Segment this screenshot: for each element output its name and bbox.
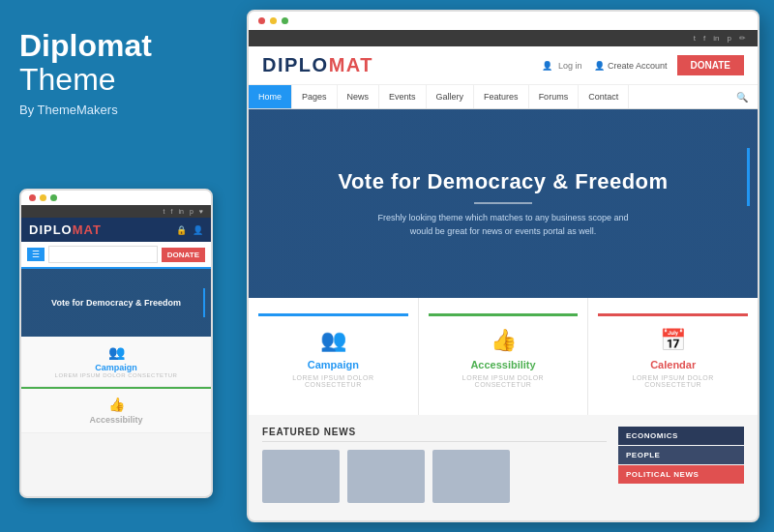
nav-features[interactable]: Features xyxy=(474,85,529,108)
mobile-feature-accessibility: 👍 Accessibility xyxy=(21,389,211,433)
brand-byline: By ThemeMakers xyxy=(19,103,232,117)
twitter-icon: t xyxy=(164,208,165,215)
mobile-search-box[interactable] xyxy=(48,246,158,263)
mobile-nav-bar: ☰ DONATE xyxy=(21,242,211,267)
desktop-hero: Vote for Democracy & Freedom Freshly loo… xyxy=(249,109,758,298)
news-image-3 xyxy=(432,450,510,503)
desktop-rss-icon: ✏ xyxy=(739,34,746,43)
mobile-logo: DIPLOMAT xyxy=(29,222,102,237)
featured-news-title: FEATURED NEWS xyxy=(262,427,607,442)
mobile-logo-bar: DIPLOMAT 🔒 👤 xyxy=(21,218,211,242)
desktop-nav: Home Pages News Events Gallery Features … xyxy=(249,85,758,109)
left-panel: Diplomat Theme By ThemeMakers xyxy=(19,29,232,117)
calendar-card-icon: 📅 xyxy=(608,328,738,353)
feature-card-accessibility: 👍 Accessibility LOREM IPSUM DOLOR CONSEC… xyxy=(419,298,589,415)
mobile-feature-campaign: 👥 Campaign LOREM IPSUM DOLOR CONSECTETUR xyxy=(21,337,211,387)
sidebar-political-news[interactable]: POLITICAL NEWS xyxy=(618,465,744,484)
accessibility-card-title: Accessibility xyxy=(438,359,569,370)
mobile-campaign-sub: LOREM IPSUM DOLOR CONSECTETUR xyxy=(55,372,178,378)
linkedin-icon: in xyxy=(178,208,183,215)
featured-section: FEATURED NEWS ECONOMICS PEOPLE POLITICAL… xyxy=(249,417,758,513)
login-icon: 👤 xyxy=(542,61,552,71)
create-label: Create Account xyxy=(608,61,668,71)
desktop-window-bar xyxy=(249,12,758,30)
window-dot-green xyxy=(50,194,57,201)
desktop-twitter-icon: t xyxy=(694,34,696,43)
mobile-window-bar xyxy=(21,191,211,205)
news-image-1 xyxy=(262,450,340,503)
brand-title-light: Theme xyxy=(19,62,116,97)
sidebar-people[interactable]: PEOPLE xyxy=(618,446,744,464)
feature-card-campaign: 👥 Campaign LOREM IPSUM DOLOR CONSECTETUR xyxy=(249,298,419,415)
mobile-features: 👥 Campaign LOREM IPSUM DOLOR CONSECTETUR… xyxy=(21,337,211,433)
desktop-header-right: 👤 Log in 👤 Create Account DONATE xyxy=(542,55,744,75)
login-label: Log in xyxy=(558,61,582,71)
lock-icon: 🔒 xyxy=(176,225,187,235)
window-dot-red xyxy=(29,194,36,201)
featured-news: FEATURED NEWS xyxy=(262,427,607,503)
desktop-facebook-icon: f xyxy=(703,34,705,43)
rss-icon: ♥ xyxy=(199,208,203,215)
desktop-dot-red xyxy=(258,17,265,24)
hamburger-button[interactable]: ☰ xyxy=(27,248,45,261)
desktop-dot-yellow xyxy=(270,17,277,24)
desktop-dot-green xyxy=(282,17,288,24)
desktop-linkedin-icon: in xyxy=(713,34,719,43)
campaign-card-icon: 👥 xyxy=(268,328,399,353)
desktop-login[interactable]: 👤 Log in xyxy=(542,61,584,71)
mobile-hero: Vote for Democracy & Freedom xyxy=(21,269,211,337)
campaign-icon: 👥 xyxy=(108,344,125,360)
desktop-mockup: t f in p ✏ DIPLOMAT 👤 Log in 👤 Create Ac… xyxy=(247,10,759,522)
desktop-logo: DIPLOMAT xyxy=(262,54,373,76)
desktop-hero-title: Vote for Democracy & Freedom xyxy=(338,169,668,194)
pinterest-icon: p xyxy=(190,208,194,215)
mobile-logo-accent: MAT xyxy=(73,222,102,237)
feature-card-calendar: 📅 Calendar LOREM IPSUM DOLOR CONSECTETUR xyxy=(588,298,758,415)
calendar-card-sub: LOREM IPSUM DOLOR CONSECTETUR xyxy=(608,374,738,388)
facebook-icon: f xyxy=(171,208,173,215)
nav-forums[interactable]: Forums xyxy=(529,85,580,108)
window-dot-yellow xyxy=(40,194,46,201)
nav-pages[interactable]: Pages xyxy=(292,85,338,108)
create-icon: 👤 xyxy=(594,61,605,71)
campaign-card-sub: LOREM IPSUM DOLOR CONSECTETUR xyxy=(268,374,399,388)
nav-events[interactable]: Events xyxy=(379,85,427,108)
desktop-search-icon[interactable]: 🔍 xyxy=(727,92,758,103)
nav-contact[interactable]: Contact xyxy=(579,85,629,108)
mobile-donate-button[interactable]: DONATE xyxy=(162,248,205,262)
mobile-social-bar: t f in p ♥ xyxy=(21,205,211,218)
hero-divider xyxy=(474,202,532,204)
mobile-campaign-title: Campaign xyxy=(95,363,137,372)
nav-gallery[interactable]: Gallery xyxy=(427,85,475,108)
desktop-donate-button[interactable]: DONATE xyxy=(677,55,744,75)
accessibility-card-icon: 👍 xyxy=(438,328,569,353)
news-image-2 xyxy=(347,450,425,503)
brand-title-bold: Diplomat xyxy=(19,28,152,63)
desktop-pinterest-icon: p xyxy=(728,34,731,43)
mobile-hero-line xyxy=(203,288,205,317)
brand-title: Diplomat Theme xyxy=(19,29,232,97)
mobile-header-icons: 🔒 👤 xyxy=(176,225,203,235)
mobile-mockup: t f in p ♥ DIPLOMAT 🔒 👤 ☰ DONATE Vote fo… xyxy=(19,189,213,498)
hero-side-line xyxy=(747,148,750,206)
desktop-header: DIPLOMAT 👤 Log in 👤 Create Account DONAT… xyxy=(249,46,758,85)
desktop-create-account[interactable]: 👤 Create Account xyxy=(594,61,667,71)
nav-home[interactable]: Home xyxy=(249,85,292,108)
calendar-card-title: Calendar xyxy=(608,359,738,370)
news-images xyxy=(262,450,607,503)
campaign-card-title: Campaign xyxy=(268,359,399,370)
desktop-hero-sub: Freshly looking theme which matches to a… xyxy=(368,212,639,238)
desktop-social-bar: t f in p ✏ xyxy=(249,30,758,46)
sidebar-economics[interactable]: ECONOMICS xyxy=(618,427,744,445)
mobile-accessibility-title: Accessibility xyxy=(89,415,142,425)
user-icon: 👤 xyxy=(193,225,203,235)
news-sidebar: ECONOMICS PEOPLE POLITICAL NEWS xyxy=(618,427,744,503)
mobile-hero-text: Vote for Democracy & Freedom xyxy=(51,298,181,308)
accessibility-icon: 👍 xyxy=(108,397,125,412)
accessibility-card-sub: LOREM IPSUM DOLOR CONSECTETUR xyxy=(438,374,569,388)
desktop-features-row: 👥 Campaign LOREM IPSUM DOLOR CONSECTETUR… xyxy=(249,298,758,415)
nav-news[interactable]: News xyxy=(338,85,380,108)
desktop-logo-accent: MAT xyxy=(329,54,373,75)
